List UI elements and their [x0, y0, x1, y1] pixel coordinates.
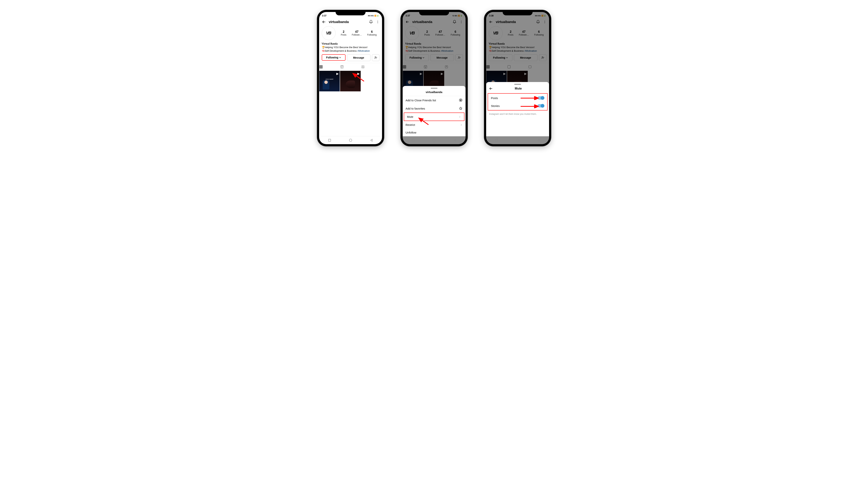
mute-stories-row: Stories: [488, 102, 547, 110]
svg-rect-4: [340, 65, 343, 68]
sheet-item-restrict[interactable]: Restrict: [403, 121, 466, 129]
nav-home-icon[interactable]: [349, 138, 352, 142]
avatar[interactable]: VB: [322, 26, 336, 40]
sheet-back-icon[interactable]: [489, 87, 493, 91]
sheet-title: virtualbanda: [403, 91, 466, 96]
reel-icon: ▶: [336, 72, 339, 75]
following-sheet: virtualbanda Add to Close Friends list A…: [403, 86, 466, 136]
sheet-item-close-friends[interactable]: Add to Close Friends list: [403, 96, 466, 104]
svg-rect-18: [412, 139, 414, 141]
svg-rect-7: [329, 139, 331, 141]
svg-point-1: [377, 22, 378, 22]
stat-posts[interactable]: 2Posts: [341, 30, 346, 36]
following-button[interactable]: Following: [322, 54, 345, 61]
post-thumbnail[interactable]: ▶: [340, 71, 361, 92]
nav-recent-icon[interactable]: [328, 138, 331, 142]
chevron-right-icon: [459, 116, 461, 118]
svg-point-3: [375, 57, 376, 58]
phone-1: 3:37 363B/s 📶 🔋 virtualbanda VB 2Posts 4…: [317, 10, 384, 146]
message-button[interactable]: Message: [347, 54, 370, 61]
tab-grid[interactable]: [319, 63, 340, 71]
sheet-item-favorites[interactable]: Add to favorites: [403, 104, 466, 113]
android-nav: [319, 136, 382, 144]
post-thumbnail[interactable]: ▶LIFE IS SHORT: [319, 71, 340, 92]
page-title: virtualbanda: [329, 20, 366, 24]
stat-followers[interactable]: 47Followe…: [352, 30, 362, 36]
phone-3: 3:38494B/s 📶 🔋 virtualbanda VB2Posts47Fo…: [484, 10, 551, 146]
svg-rect-27: [496, 139, 498, 141]
svg-point-19: [433, 139, 435, 141]
notch: [419, 10, 449, 15]
svg-point-28: [516, 139, 519, 141]
chevron-right-icon: [460, 124, 463, 126]
add-user-button[interactable]: [372, 54, 379, 61]
back-icon[interactable]: [322, 20, 326, 24]
svg-point-2: [377, 23, 378, 23]
mute-sheet: Mute Posts Stories Instagram won't let t…: [486, 82, 549, 136]
clock: 3:37: [322, 14, 327, 17]
sheet-handle[interactable]: [514, 84, 521, 85]
toggle-posts[interactable]: [537, 96, 544, 100]
sheet-handle[interactable]: [431, 88, 437, 89]
toggle-stories[interactable]: [537, 104, 544, 107]
svg-point-6: [362, 66, 363, 67]
bio: Virtual Banda 🏆Helping YOU Become the Be…: [319, 41, 382, 54]
tab-tagged[interactable]: [361, 63, 382, 71]
sheet-item-mute[interactable]: Mute: [404, 113, 464, 121]
notch: [336, 10, 366, 15]
svg-point-0: [377, 21, 378, 21]
profile-tabs: [319, 63, 382, 71]
nav-back-icon[interactable]: [370, 138, 373, 142]
sheet-item-unfollow[interactable]: Unfollow: [403, 129, 466, 136]
tab-reels[interactable]: [340, 63, 361, 71]
star-circle-icon: [459, 98, 463, 102]
mute-note: Instagram won't let them know you muted …: [486, 110, 549, 118]
sheet-title: Mute: [496, 87, 541, 90]
svg-point-8: [349, 139, 352, 141]
star-icon: [459, 106, 463, 110]
phone-2: 3:3772B/s 📶 🔋 virtualbanda VB2Posts47Fol…: [401, 10, 467, 146]
hashtag-link[interactable]: #Motivation: [357, 50, 370, 52]
bell-icon[interactable]: [369, 20, 373, 24]
mute-posts-row: Posts: [488, 94, 547, 102]
stat-following[interactable]: 6Following: [367, 30, 377, 36]
more-icon[interactable]: [376, 20, 379, 24]
notch: [503, 10, 533, 15]
reel-icon: ▶: [357, 72, 360, 75]
